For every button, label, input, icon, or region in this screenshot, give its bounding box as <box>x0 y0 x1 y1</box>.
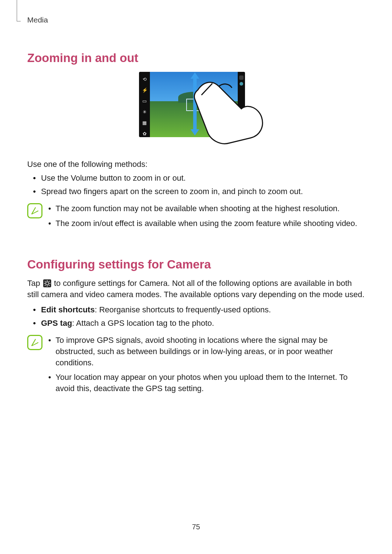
camera-ui: ⟲ ⚡ ▭ ✳ ▦ ✿ <box>139 72 245 137</box>
note-icon <box>27 203 42 218</box>
zoom-methods-list: Use the Volume button to zoom in or out.… <box>27 173 365 197</box>
breadcrumb: Media <box>27 15 365 25</box>
note-block-gps: To improve GPS signals, avoid shooting i… <box>27 333 365 398</box>
settings-gear-icon <box>43 279 51 287</box>
shutter-icon <box>239 75 244 80</box>
intro-suffix: to configure settings for Camera. Not al… <box>27 279 364 299</box>
configure-intro: Tap to configure settings for Camera. No… <box>27 278 365 300</box>
note-block-zoom: The zoom function may not be available w… <box>27 201 365 233</box>
switch-camera-icon: ⟲ <box>142 77 147 82</box>
note-item: The zoom function may not be available w… <box>56 203 365 214</box>
aspect-icon: ▭ <box>142 99 147 104</box>
note-item: To improve GPS signals, avoid shooting i… <box>56 335 365 368</box>
svg-rect-11 <box>28 335 42 349</box>
effect-icon: ✳ <box>142 110 147 115</box>
svg-rect-0 <box>28 204 42 218</box>
intro-prefix: Tap <box>27 279 42 288</box>
flash-icon: ⚡ <box>142 88 147 93</box>
heading-zooming: Zooming in and out <box>27 50 365 66</box>
note-item: Your location may appear on your photos … <box>56 372 365 394</box>
heading-configuring: Configuring settings for Camera <box>27 256 365 273</box>
list-item: Spread two fingers apart on the screen t… <box>41 186 365 197</box>
configure-options-list: Edit shortcuts: Reorganise shortcuts to … <box>27 304 365 329</box>
note-icon <box>27 335 42 350</box>
camera-left-toolbar: ⟲ ⚡ ▭ ✳ ▦ ✿ <box>139 72 150 137</box>
camera-right-toolbar <box>238 72 245 137</box>
option-label: GPS tag <box>41 319 72 328</box>
figure-zoom-gesture: ⟲ ⚡ ▭ ✳ ▦ ✿ <box>27 72 365 149</box>
corner-rule <box>17 0 21 21</box>
note-item: The zoom in/out effect is available when… <box>56 218 365 229</box>
list-item: Edit shortcuts: Reorganise shortcuts to … <box>41 304 365 316</box>
mode-icon: ▦ <box>142 120 147 126</box>
gear-icon: ✿ <box>142 131 147 136</box>
list-item: Use the Volume button to zoom in or out. <box>41 173 365 184</box>
zoom-intro-text: Use one of the following methods: <box>27 159 365 170</box>
camera-viewfinder <box>150 72 238 137</box>
record-icon <box>240 82 243 86</box>
page: Media Zooming in and out ⟲ ⚡ ▭ ✳ ▦ ✿ <box>0 0 392 398</box>
option-text: : Attach a GPS location tag to the photo… <box>72 319 214 328</box>
page-number: 75 <box>0 522 392 532</box>
option-text: : Reorganise shortcuts to frequently-use… <box>95 305 271 314</box>
option-label: Edit shortcuts <box>41 305 95 314</box>
list-item: GPS tag: Attach a GPS location tag to th… <box>41 318 365 329</box>
